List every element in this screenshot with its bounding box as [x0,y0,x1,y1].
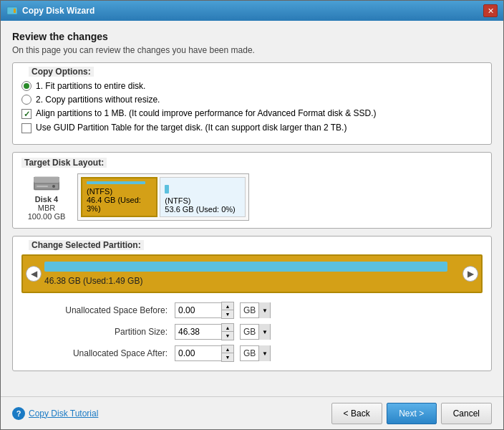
partition-size-row: Partition Size: ▲ ▼ GB ▼ [29,323,483,340]
partition-2-type: (NTFS) [165,196,241,205]
checkbox-2-label: Use GUID Partition Table for the target … [36,123,346,133]
partition-used-bar [44,262,447,272]
footer-help-area: ? Copy Disk Tutorial [12,407,331,420]
next-button[interactable]: Next > [387,403,437,424]
radio-option-1[interactable]: 1. Fit partitions to entire disk. [21,81,483,91]
target-disk-label: Target Disk Layout: [21,158,107,168]
slider-bar-container: 46.38 GB (Used:1.49 GB) [44,262,460,286]
unallocated-after-up[interactable]: ▲ [222,345,233,353]
unallocated-before-unit-arrow[interactable]: ▼ [258,302,270,318]
footer-buttons: < Back Next > Cancel [331,403,492,424]
checkbox-1-label: Align partitions to 1 MB. (It could impr… [36,108,377,118]
app-icon [6,5,18,16]
disk-size: 100.00 GB [28,212,66,221]
help-link[interactable]: Copy Disk Tutorial [29,408,98,419]
partition-2-info: 53.6 GB (Used: 0%) [165,205,241,214]
unallocated-after-input-group[interactable]: ▲ ▼ [175,345,234,362]
change-partition-group: Change Selected Partition: ◀ 46.38 GB (U… [12,236,492,371]
help-icon[interactable]: ? [12,407,25,420]
page-subtitle: On this page you can review the changes … [12,45,492,55]
radio-1-label: 1. Fit partitions to entire disk. [36,81,145,91]
close-button[interactable]: ✕ [483,4,498,17]
unallocated-before-unit-text: GB [241,305,258,315]
title-bar: Copy Disk Wizard ✕ [1,1,503,21]
disk-drive-icon [34,174,59,193]
partition-size-down[interactable]: ▼ [222,332,233,340]
partition-size-unit-text: GB [241,327,258,337]
target-disk-group: Target Disk Layout: Disk 4 MBR [12,152,492,229]
unallocated-before-spinners[interactable]: ▲ ▼ [221,302,234,319]
unallocated-before-label: Unallocated Space Before: [29,305,172,315]
page-title: Review the changes [12,31,492,42]
unallocated-after-unit-text: GB [241,348,258,358]
window-title: Copy Disk Wizard [22,6,483,16]
unallocated-before-down[interactable]: ▼ [222,310,233,318]
unallocated-after-unit-arrow[interactable]: ▼ [258,345,270,361]
svg-rect-7 [37,186,48,187]
disk-name: Disk 4 [35,195,58,204]
partition-1[interactable]: (NTFS) 46.4 GB (Used: 3%) [81,177,158,217]
slider-label: 46.38 GB (Used:1.49 GB) [44,276,460,286]
unallocated-after-spinners[interactable]: ▲ ▼ [221,345,234,362]
disk-type: MBR [38,204,55,212]
unallocated-after-down[interactable]: ▼ [222,353,233,361]
partition-2[interactable]: (NTFS) 53.6 GB (Used: 0%) [160,177,246,217]
unallocated-before-input[interactable] [175,302,221,318]
copy-options-group: Copy Options: 1. Fit partitions to entir… [12,62,492,145]
change-partition-label: Change Selected Partition: [29,240,144,250]
unallocated-before-up[interactable]: ▲ [222,302,233,310]
footer: ? Copy Disk Tutorial < Back Next > Cance… [1,396,503,429]
radio-1-indicator [21,81,32,91]
radio-2-indicator [21,95,32,105]
svg-point-6 [52,185,55,188]
unallocated-after-label: Unallocated Space After: [29,348,172,358]
unallocated-before-unit[interactable]: GB ▼ [240,302,271,318]
content-area: Review the changes On this page you can … [1,21,503,396]
checkbox-2-indicator [21,123,32,133]
partition-size-input[interactable] [175,324,221,340]
radio-2-label: 2. Copy partitions without resize. [36,95,160,105]
main-window: Copy Disk Wizard ✕ Review the changes On… [0,0,504,430]
cancel-button[interactable]: Cancel [441,403,492,424]
partition-size-spinners[interactable]: ▲ ▼ [221,323,234,340]
checkbox-option-1[interactable]: Align partitions to 1 MB. (It could impr… [21,108,483,119]
checkbox-option-2[interactable]: Use GUID Partition Table for the target … [21,123,483,133]
partition-1-type: (NTFS) [87,187,152,196]
unallocated-after-input[interactable] [175,345,221,361]
partition-slider-area: ◀ 46.38 GB (Used:1.49 GB) ▶ [21,254,483,293]
unallocated-after-unit[interactable]: GB ▼ [240,345,271,361]
partition-size-unit[interactable]: GB ▼ [240,324,271,340]
page-header: Review the changes On this page you can … [12,31,492,55]
slider-left-button[interactable]: ◀ [26,266,42,282]
unallocated-after-row: Unallocated Space After: ▲ ▼ GB ▼ [29,345,483,362]
partition-1-info: 46.4 GB (Used: 3%) [87,196,152,213]
back-button[interactable]: < Back [331,403,382,424]
unallocated-before-input-group[interactable]: ▲ ▼ [175,302,234,319]
partition-size-up[interactable]: ▲ [222,324,233,332]
slider-right-button[interactable]: ▶ [462,266,478,282]
partition-size-label: Partition Size: [29,327,172,337]
svg-rect-2 [9,9,14,13]
svg-rect-4 [34,177,59,183]
radio-option-2[interactable]: 2. Copy partitions without resize. [21,95,483,105]
copy-options-label: Copy Options: [29,67,94,77]
partition-size-unit-arrow[interactable]: ▼ [258,324,270,340]
unallocated-before-row: Unallocated Space Before: ▲ ▼ GB ▼ [29,302,483,319]
partition-size-input-group[interactable]: ▲ ▼ [175,323,234,340]
disk-info: Disk 4 MBR 100.00 GB [21,174,72,221]
checkbox-1-indicator [21,109,32,119]
